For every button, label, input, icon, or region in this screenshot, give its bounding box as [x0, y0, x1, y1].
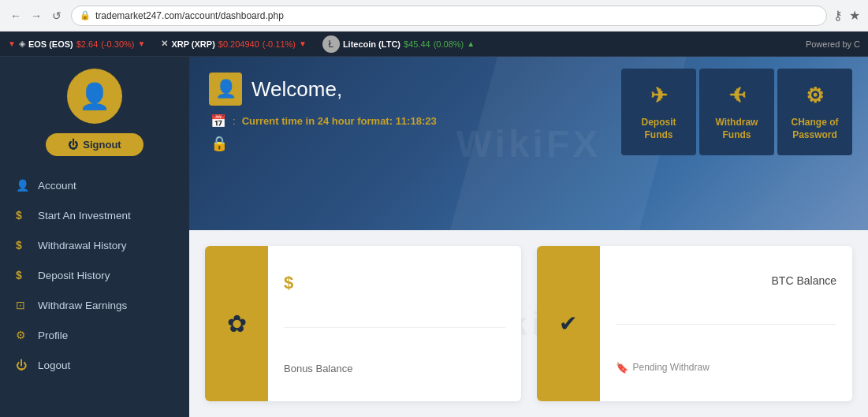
- btc-icon-box: ✔: [537, 246, 600, 401]
- signout-label: Signout: [83, 139, 121, 151]
- xrp-dir-icon: ▼: [299, 39, 307, 48]
- ticker-xrp: ✕ XRP (XRP) $0.204940 (-0.11%) ▼: [161, 39, 307, 49]
- btc-shield-icon: ✔: [559, 311, 577, 337]
- deposit-history-icon: $: [16, 269, 30, 281]
- withdraw-plane-icon: ✈: [728, 83, 746, 110]
- bookmark-pending-icon: 🔖: [616, 362, 628, 374]
- sidebar: 👤 ⏻ Signout 👤 Account $ Start An Investm…: [0, 57, 189, 417]
- withdraw-funds-button[interactable]: ✈ WithdrawFunds: [699, 69, 774, 155]
- pending-withdraw-row: 🔖 Pending Withdraw: [616, 362, 837, 374]
- withdrawal-history-icon: $: [16, 239, 30, 251]
- sidebar-item-account[interactable]: 👤 Account: [0, 170, 189, 200]
- welcome-banner: WikiFX 👤 Welcome, 📅 : Current time in 24…: [189, 57, 868, 230]
- profile-label: Profile: [38, 330, 68, 341]
- key-button[interactable]: ⚷: [833, 8, 843, 23]
- eos-icon: ◈: [19, 39, 25, 49]
- bonus-amount: $: [284, 273, 505, 293]
- lock-row: 🔒: [209, 135, 437, 152]
- ltc-change: (0.08%): [434, 39, 464, 49]
- investment-icon: $: [16, 209, 30, 222]
- withdraw-earnings-icon: ⊡: [16, 299, 30, 311]
- lock-icon: 🔒: [80, 10, 91, 20]
- refresh-button[interactable]: ↺: [49, 8, 65, 24]
- ticker-eos: ▼ ◈ EOS (EOS) $2.64 (-0.30%) ▼: [8, 39, 145, 49]
- welcome-user-icon: 👤: [209, 73, 242, 106]
- bonus-flower-icon: ✿: [227, 310, 247, 337]
- eos-name: EOS (EOS): [28, 39, 73, 49]
- current-time-text: Current time in 24 hour format: 11:18:23: [242, 115, 437, 127]
- withdraw-funds-label: WithdrawFunds: [716, 117, 758, 141]
- withdraw-earnings-label: Withdraw Earnings: [38, 300, 127, 311]
- address-bar[interactable]: 🔒 trademarket247.com/account/dashboard.p…: [71, 6, 827, 26]
- browser-icons: ⚷ ★: [833, 8, 860, 23]
- browser-bar: ← → ↺ 🔒 trademarket247.com/account/dashb…: [0, 0, 868, 32]
- pending-withdraw-label: Pending Withdraw: [633, 362, 710, 373]
- eos-arrow-icon: ▼: [8, 39, 16, 48]
- gear-icon: ⚙: [806, 83, 824, 110]
- welcome-left: 👤 Welcome, 📅 : Current time in 24 hour f…: [209, 73, 437, 152]
- change-password-label: CHange of Password: [777, 117, 852, 141]
- btc-label: BTC Balance: [616, 274, 837, 287]
- welcome-time-row: 📅 : Current time in 24 hour format: 11:1…: [209, 114, 437, 128]
- eos-dir-icon: ▼: [137, 39, 145, 48]
- eos-change: (-0.30%): [101, 39, 134, 49]
- sidebar-item-withdraw-earnings[interactable]: ⊡ Withdraw Earnings: [0, 290, 189, 320]
- change-password-button[interactable]: ⚙ CHange of Password: [777, 69, 852, 155]
- calendar-icon: 📅: [210, 114, 226, 128]
- security-lock-icon: 🔒: [210, 136, 228, 151]
- colon-separator: :: [233, 115, 236, 127]
- deposit-history-label: Deposit History: [38, 270, 110, 281]
- powered-text: Powered by C: [806, 39, 860, 49]
- sidebar-item-deposit-history[interactable]: $ Deposit History: [0, 260, 189, 290]
- bonus-label: Bonus Balance: [284, 363, 505, 374]
- btc-card-body: BTC Balance 🔖 Pending Withdraw: [600, 246, 853, 401]
- bonus-icon-box: ✿: [205, 246, 268, 401]
- ltc-name: Litecoin (LTC): [343, 39, 400, 49]
- logout-label: Logout: [38, 359, 70, 371]
- ticker-bar: ▼ ◈ EOS (EOS) $2.64 (-0.30%) ▼ ✕ XRP (XR…: [0, 32, 868, 57]
- power-icon: ⏻: [68, 139, 78, 151]
- browser-nav: ← → ↺: [8, 8, 65, 24]
- forward-button[interactable]: →: [28, 8, 44, 24]
- bonus-card-body: $ Bonus Balance: [268, 246, 521, 401]
- deposit-funds-label: DepositFunds: [641, 117, 676, 141]
- back-button[interactable]: ←: [8, 8, 24, 24]
- signout-button[interactable]: ⏻ Signout: [46, 133, 143, 156]
- deposit-funds-button[interactable]: ✈ DepositFunds: [621, 69, 696, 155]
- profile-icon: ⚙: [16, 329, 30, 341]
- ticker-ltc: Ł Litecoin (LTC) $45.44 (0.08%) ▲: [322, 35, 475, 53]
- sidebar-item-logout[interactable]: ⏻ Logout: [0, 350, 189, 380]
- dashboard-cards: WikiFX ✿ $ Bonus Balance ✔ BTC Balance: [189, 230, 868, 417]
- action-buttons: ✈ DepositFunds ✈ WithdrawFunds ⚙ CHange …: [621, 69, 852, 155]
- xrp-change: (-0.11%): [263, 39, 296, 49]
- xrp-name: XRP (XRP): [171, 39, 214, 49]
- sidebar-item-profile[interactable]: ⚙ Profile: [0, 320, 189, 350]
- bookmark-button[interactable]: ★: [849, 8, 860, 23]
- withdrawal-history-label: Withdrawal History: [38, 240, 127, 251]
- eos-price: $2.64: [76, 39, 99, 49]
- account-icon: 👤: [16, 179, 30, 192]
- welcome-person-icon: 👤: [215, 79, 237, 99]
- url-text: trademarket247.com/account/dashboard.php: [95, 10, 284, 21]
- sidebar-item-start-investment[interactable]: $ Start An Investment: [0, 200, 189, 230]
- main-content: WikiFX 👤 Welcome, 📅 : Current time in 24…: [189, 57, 868, 417]
- investment-label: Start An Investment: [38, 210, 131, 222]
- xrp-price: $0.204940: [218, 39, 259, 49]
- deposit-plane-icon: ✈: [650, 83, 668, 110]
- logout-icon: ⏻: [16, 359, 30, 371]
- btc-divider: [616, 324, 837, 325]
- ltc-icon: Ł: [322, 35, 340, 53]
- ltc-price: $45.44: [404, 39, 430, 49]
- sidebar-item-withdrawal-history[interactable]: $ Withdrawal History: [0, 230, 189, 260]
- avatar-icon: 👤: [79, 81, 110, 111]
- welcome-title: Welcome,: [251, 77, 342, 102]
- nav-menu: 👤 Account $ Start An Investment $ Withdr…: [0, 170, 189, 380]
- account-label: Account: [38, 180, 76, 192]
- main-layout: 👤 ⏻ Signout 👤 Account $ Start An Investm…: [0, 57, 868, 417]
- ltc-dir-icon: ▲: [467, 39, 475, 48]
- bonus-divider: [284, 327, 505, 328]
- btc-balance-card: ✔ BTC Balance 🔖 Pending Withdraw: [537, 246, 853, 401]
- xrp-icon: ✕: [161, 39, 168, 49]
- welcome-title-row: 👤 Welcome,: [209, 73, 437, 106]
- bonus-balance-card: ✿ $ Bonus Balance: [205, 246, 521, 401]
